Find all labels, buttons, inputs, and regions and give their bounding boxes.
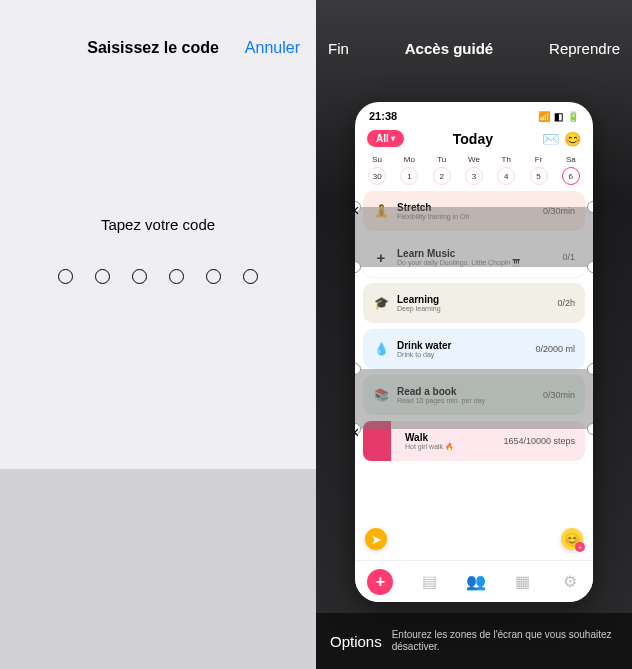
day-fr[interactable]: Fr5 [527, 155, 551, 185]
passcode-dot [132, 269, 147, 284]
header-icons: ✉️ 😊 [542, 131, 581, 147]
guided-access-footer: Options Entourez les zones de l'écran qu… [316, 613, 632, 669]
water-icon: 💧 [373, 341, 389, 357]
tab-bar: + ▤ 👥 ▦ ⚙ [355, 560, 593, 602]
app-title-today: Today [453, 131, 493, 147]
today-tab-icon[interactable]: ▤ [418, 571, 440, 593]
passcode-title: Saisissez le code [87, 39, 219, 57]
signal-icon: 📶 [538, 111, 550, 122]
passcode-panel: Saisissez le code Annuler Tapez votre co… [0, 0, 316, 669]
day-su[interactable]: Su30 [365, 155, 389, 185]
card-learning[interactable]: 🎓 LearningDeep learning 0/2h [363, 283, 585, 323]
resume-button[interactable]: Reprendre [549, 40, 620, 57]
passcode-dot [206, 269, 221, 284]
footer-hint: Entourez les zones de l'écran que vous s… [392, 629, 618, 654]
passcode-prompt: Tapez votre code [101, 216, 215, 233]
filter-all-chip[interactable]: All [367, 130, 404, 147]
zone-handle[interactable] [587, 261, 593, 273]
passcode-dots [58, 269, 258, 284]
social-tab-icon[interactable]: 👥 [465, 571, 487, 593]
end-button[interactable]: Fin [328, 40, 349, 57]
day-mo[interactable]: Mo1 [397, 155, 421, 185]
guided-access-header: Fin Accès guidé Reprendre [316, 0, 632, 96]
settings-tab-icon[interactable]: ⚙ [559, 571, 581, 593]
passcode-dot [243, 269, 258, 284]
add-fab[interactable]: + [367, 569, 393, 595]
status-icons: 📶 ◧ 🔋 [538, 111, 579, 122]
graduation-icon: 🎓 [373, 295, 389, 311]
mood-fab[interactable]: 😊 [561, 528, 583, 550]
emoji-icon[interactable]: 😊 [564, 131, 581, 147]
app-preview[interactable]: 21:38 📶 ◧ 🔋 All Today ✉️ 😊 Su30 Mo1 Tu2 … [355, 102, 593, 602]
options-button[interactable]: Options [330, 633, 382, 650]
status-time: 21:38 [369, 110, 397, 122]
week-row: Su30 Mo1 Tu2 We3 Th4 Fr5 Sa6 [355, 153, 593, 191]
day-th[interactable]: Th4 [494, 155, 518, 185]
guided-access-panel: Fin Accès guidé Reprendre 21:38 📶 ◧ 🔋 Al… [316, 0, 632, 669]
passcode-header: Saisissez le code Annuler [0, 0, 316, 96]
disabled-zone[interactable]: × [355, 207, 593, 267]
card-drink-water[interactable]: 💧 Drink waterDrink to day 0/2000 ml [363, 329, 585, 369]
mail-icon[interactable]: ✉️ [542, 131, 559, 147]
day-sa[interactable]: Sa6 [559, 155, 583, 185]
passcode-dot [95, 269, 110, 284]
guided-access-title: Accès guidé [405, 40, 493, 57]
cancel-button[interactable]: Annuler [245, 39, 300, 57]
day-tu[interactable]: Tu2 [430, 155, 454, 185]
zone-handle[interactable] [587, 201, 593, 213]
passcode-dot [169, 269, 184, 284]
passcode-dot [58, 269, 73, 284]
wifi-icon: ◧ [554, 111, 563, 122]
stats-tab-icon[interactable]: ▦ [512, 571, 534, 593]
keypad-area[interactable] [0, 469, 316, 669]
zone-handle[interactable] [587, 423, 593, 435]
battery-icon: 🔋 [567, 111, 579, 122]
disabled-zone[interactable]: × [355, 369, 593, 429]
zone-handle[interactable] [587, 363, 593, 375]
passcode-body: Tapez votre code [0, 96, 316, 469]
day-we[interactable]: We3 [462, 155, 486, 185]
app-header: All Today ✉️ 😊 [355, 126, 593, 153]
location-fab[interactable]: ➤ [365, 528, 387, 550]
status-bar: 21:38 📶 ◧ 🔋 [355, 102, 593, 126]
